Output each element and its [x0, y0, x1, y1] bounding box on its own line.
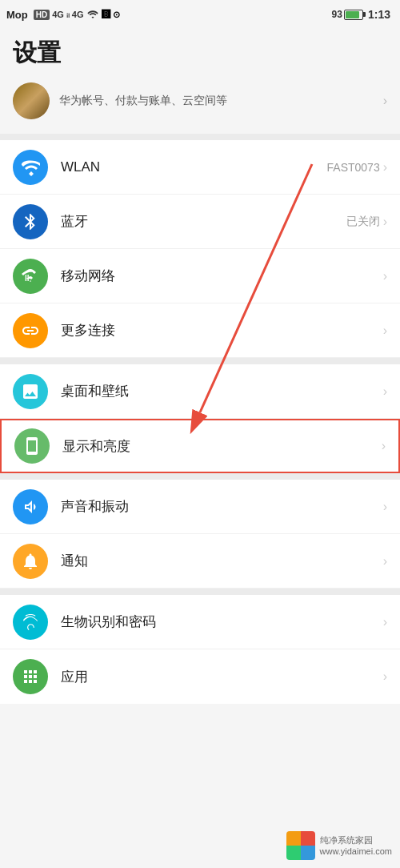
- sound-vibration-icon: [13, 489, 48, 524]
- network-type-2: ᵢₗ: [66, 10, 70, 20]
- notif-icon: 🅱: [102, 10, 110, 19]
- notification-label: 通知: [61, 552, 383, 570]
- section-divider-after-notification: [0, 589, 400, 595]
- apps-chevron-icon: ›: [383, 669, 387, 684]
- wifi-icon: [86, 9, 99, 20]
- hd-badge: HD: [34, 10, 50, 20]
- apps-label: 应用: [61, 668, 383, 686]
- account-subtitle: 华为帐号、付款与账单、云空间等: [59, 94, 374, 108]
- notification-chevron-icon: ›: [383, 554, 387, 569]
- watermark-line2: www.yidaimei.com: [320, 846, 392, 857]
- biometric-password-label: 生物识别和密码: [61, 613, 383, 631]
- more-connection-icon: [13, 313, 48, 348]
- bluetooth-icon: [13, 204, 48, 239]
- display-brightness-chevron-icon: ›: [382, 439, 386, 453]
- mobile-network-label: 移动网络: [61, 267, 383, 285]
- watermark: 纯净系统家园 www.yidaimei.com: [286, 831, 392, 860]
- settings-item-more-connection[interactable]: 更多连接›: [0, 303, 400, 358]
- sound-vibration-chevron-icon: ›: [383, 500, 387, 514]
- bluetooth-chevron-icon: ›: [383, 215, 387, 229]
- status-right: 93 1:13: [332, 8, 390, 21]
- mobile-network-icon: Il: [13, 259, 48, 294]
- network-type-3: 4G: [72, 10, 84, 19]
- settings-item-wlan[interactable]: WLANFAST0073›: [0, 140, 400, 195]
- network-type-1: 4G: [52, 10, 64, 19]
- settings-item-sound-vibration[interactable]: 声音和振动›: [0, 480, 400, 534]
- section-divider-after-display-brightness: [0, 473, 400, 480]
- status-bar: Mop HD 4G ᵢₗ 4G 🅱 ⊙ 93 1:13: [0, 0, 400, 29]
- settings-container: WLANFAST0073›蓝牙已关闭›Il移动网络›更多连接›桌面和壁纸›显示和…: [0, 140, 400, 704]
- settings-item-bluetooth[interactable]: 蓝牙已关闭›: [0, 195, 400, 249]
- account-chevron-icon: ›: [383, 94, 387, 108]
- watermark-text: 纯净系统家园 www.yidaimei.com: [320, 834, 392, 858]
- biometric-password-icon: [13, 605, 48, 640]
- more-connection-chevron-icon: ›: [383, 323, 387, 338]
- svg-text:Il: Il: [25, 274, 30, 283]
- battery-body: [344, 10, 363, 20]
- desktop-wallpaper-chevron-icon: ›: [383, 384, 387, 399]
- notification-icon: [13, 544, 48, 579]
- battery-percent: 93: [332, 9, 342, 20]
- wlan-label: WLAN: [61, 159, 327, 175]
- avatar-image: [13, 82, 50, 119]
- bluetooth-value: 已关闭: [346, 215, 380, 229]
- mobile-network-chevron-icon: ›: [383, 269, 387, 283]
- wlan-icon: [13, 150, 48, 185]
- desktop-wallpaper-icon: [13, 374, 48, 409]
- desktop-wallpaper-label: 桌面和壁纸: [61, 382, 383, 400]
- settings-item-apps[interactable]: 应用›: [0, 649, 400, 704]
- apps-icon: [13, 659, 48, 694]
- app-name: Mop: [6, 9, 28, 21]
- settings-list: WLANFAST0073›蓝牙已关闭›Il移动网络›更多连接›桌面和壁纸›显示和…: [0, 140, 400, 704]
- avatar: [13, 82, 50, 119]
- settings-item-mobile-network[interactable]: Il移动网络›: [0, 249, 400, 303]
- wlan-value: FAST0073: [327, 161, 380, 174]
- section-divider-1: [0, 134, 400, 140]
- section-divider-after-more-connection: [0, 358, 400, 364]
- bluetooth-label: 蓝牙: [61, 212, 346, 231]
- biometric-password-chevron-icon: ›: [383, 615, 387, 629]
- sound-vibration-label: 声音和振动: [61, 497, 383, 516]
- header: 设置 华为帐号、付款与账单、云空间等 ›: [0, 29, 400, 134]
- wlan-chevron-icon: ›: [383, 160, 387, 175]
- page-title: 设置: [13, 37, 387, 70]
- clock: 1:13: [368, 8, 390, 21]
- settings-item-display-brightness[interactable]: 显示和亮度›: [0, 419, 400, 473]
- status-left: Mop HD 4G ᵢₗ 4G 🅱 ⊙: [6, 9, 120, 21]
- settings-item-desktop-wallpaper[interactable]: 桌面和壁纸›: [0, 364, 400, 419]
- settings-item-biometric-password[interactable]: 生物识别和密码›: [0, 595, 400, 649]
- settings-item-notification[interactable]: 通知›: [0, 534, 400, 589]
- display-brightness-label: 显示和亮度: [62, 437, 382, 456]
- battery-fill: [346, 11, 359, 18]
- user-icon: ⊙: [113, 10, 120, 20]
- more-connection-label: 更多连接: [61, 321, 383, 340]
- account-row[interactable]: 华为帐号、付款与账单、云空间等 ›: [13, 78, 387, 124]
- watermark-line1: 纯净系统家园: [320, 834, 392, 846]
- battery-indicator: 93: [332, 9, 363, 20]
- display-brightness-icon: [14, 428, 50, 464]
- watermark-logo: [286, 831, 315, 860]
